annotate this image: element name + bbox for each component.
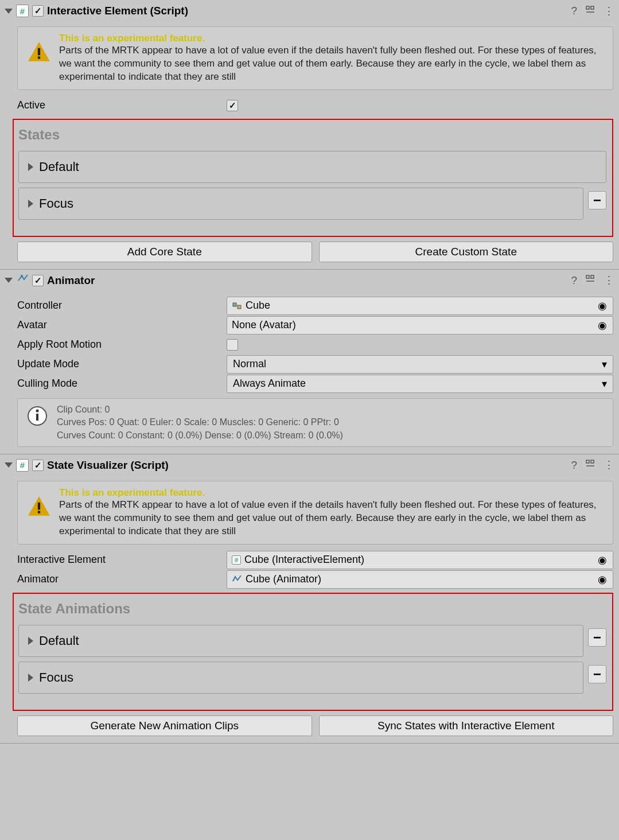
- preset-icon[interactable]: [585, 5, 595, 18]
- svg-rect-15: [591, 460, 594, 463]
- script-icon: #: [16, 459, 29, 472]
- culling-mode-label: Culling Mode: [17, 378, 227, 390]
- states-title: States: [18, 127, 606, 143]
- animator-ref-label: Animator: [17, 573, 227, 585]
- svg-rect-14: [586, 460, 589, 463]
- experimental-warning: This is an experimental feature. Parts o…: [17, 26, 613, 90]
- state-label: Default: [39, 160, 79, 174]
- active-checkbox[interactable]: [227, 100, 238, 111]
- state-anim-default[interactable]: Default: [18, 625, 583, 657]
- chevron-down-icon: ▾: [602, 378, 607, 390]
- component-header[interactable]: # State Visualizer (Script) ? ⋮: [0, 454, 619, 476]
- enable-checkbox[interactable]: [32, 460, 44, 471]
- enable-checkbox[interactable]: [32, 275, 44, 286]
- foldout-icon[interactable]: [5, 9, 13, 14]
- state-label: Focus: [39, 670, 73, 685]
- svg-rect-3: [38, 48, 40, 56]
- svg-rect-1: [591, 6, 594, 9]
- object-picker-icon[interactable]: ◉: [598, 554, 607, 566]
- update-mode-value: Normal: [233, 358, 266, 370]
- warning-body: Parts of the MRTK appear to have a lot o…: [59, 44, 605, 84]
- state-visualizer-component: # State Visualizer (Script) ? ⋮ This is …: [0, 454, 619, 744]
- controller-field[interactable]: Cube ◉: [227, 297, 613, 315]
- info-line: Curves Pos: 0 Quat: 0 Euler: 0 Scale: 0 …: [57, 416, 606, 429]
- svg-rect-6: [586, 275, 589, 278]
- state-animations-section: State Animations Default − Focus −: [13, 593, 613, 711]
- apply-root-label: Apply Root Motion: [17, 339, 227, 351]
- add-core-state-button[interactable]: Add Core State: [17, 242, 312, 262]
- help-icon[interactable]: ?: [571, 274, 577, 287]
- active-label: Active: [17, 99, 227, 111]
- controller-icon: [232, 301, 242, 311]
- update-mode-dropdown[interactable]: Normal ▾: [227, 355, 613, 374]
- svg-rect-0: [586, 6, 589, 9]
- create-custom-state-button[interactable]: Create Custom State: [319, 242, 614, 262]
- update-mode-label: Update Mode: [17, 358, 227, 370]
- warning-icon: [27, 494, 51, 521]
- script-icon: #: [16, 5, 29, 17]
- interactive-element-value: Cube (InteractiveElement): [244, 554, 364, 566]
- svg-rect-7: [591, 275, 594, 278]
- object-picker-icon[interactable]: ◉: [598, 319, 607, 332]
- culling-mode-dropdown[interactable]: Always Animate ▾: [227, 375, 613, 393]
- animator-ref-value: Cube (Animator): [246, 573, 321, 585]
- help-icon[interactable]: ?: [571, 459, 577, 472]
- state-default[interactable]: Default: [18, 151, 606, 183]
- component-title: State Visualizer (Script): [47, 459, 567, 472]
- svg-point-5: [21, 275, 23, 277]
- avatar-field[interactable]: None (Avatar) ◉: [227, 316, 613, 335]
- experimental-warning: This is an experimental feature. Parts o…: [17, 481, 613, 545]
- menu-icon[interactable]: ⋮: [604, 274, 614, 287]
- interactive-element-field[interactable]: # Cube (InteractiveElement) ◉: [227, 551, 613, 569]
- animator-component: Animator ? ⋮ Controller Cube ◉ Avatar No…: [0, 270, 619, 454]
- animator-icon: [16, 273, 29, 288]
- help-icon[interactable]: ?: [571, 5, 577, 17]
- culling-mode-value: Always Animate: [233, 378, 306, 390]
- sync-states-button[interactable]: Sync States with Interactive Element: [319, 715, 614, 736]
- state-anim-focus[interactable]: Focus: [18, 662, 583, 694]
- warning-icon: [27, 40, 51, 67]
- generate-clips-button[interactable]: Generate New Animation Clips: [17, 715, 312, 736]
- interactive-element-label: Interactive Element: [17, 554, 227, 566]
- warning-title: This is an experimental feature.: [59, 487, 605, 499]
- avatar-value: None (Avatar): [232, 319, 296, 331]
- chevron-down-icon: ▾: [602, 358, 607, 371]
- menu-icon[interactable]: ⋮: [604, 458, 614, 472]
- script-icon: #: [232, 555, 241, 565]
- menu-icon[interactable]: ⋮: [604, 5, 614, 18]
- warning-title: This is an experimental feature.: [59, 33, 605, 44]
- svg-rect-18: [38, 511, 40, 513]
- info-line: Curves Count: 0 Constant: 0 (0.0%) Dense…: [57, 429, 606, 442]
- preset-icon[interactable]: [585, 274, 595, 287]
- component-header[interactable]: # Interactive Element (Script) ? ⋮: [0, 0, 619, 22]
- enable-checkbox[interactable]: [32, 5, 44, 17]
- foldout-icon: [28, 163, 33, 171]
- object-picker-icon[interactable]: ◉: [598, 300, 607, 312]
- remove-state-button[interactable]: −: [588, 191, 606, 209]
- preset-icon[interactable]: [585, 458, 595, 472]
- foldout-icon[interactable]: [5, 278, 13, 283]
- svg-rect-10: [238, 305, 241, 309]
- animator-ref-field[interactable]: Cube (Animator) ◉: [227, 570, 613, 589]
- avatar-label: Avatar: [17, 319, 227, 331]
- state-animations-title: State Animations: [18, 601, 606, 617]
- foldout-icon: [28, 637, 33, 645]
- apply-root-checkbox[interactable]: [227, 339, 238, 351]
- component-title: Interactive Element (Script): [47, 5, 567, 17]
- state-focus[interactable]: Focus: [18, 188, 583, 220]
- component-title: Animator: [47, 274, 567, 287]
- active-row: Active: [17, 96, 613, 115]
- remove-state-button[interactable]: −: [588, 665, 606, 683]
- foldout-icon[interactable]: [5, 462, 13, 468]
- object-picker-icon[interactable]: ◉: [598, 573, 607, 586]
- component-header[interactable]: Animator ? ⋮: [0, 270, 619, 291]
- svg-rect-17: [38, 503, 40, 510]
- svg-rect-4: [38, 56, 40, 59]
- remove-state-button[interactable]: −: [588, 628, 606, 647]
- state-label: Default: [39, 633, 79, 648]
- svg-rect-9: [233, 303, 236, 306]
- foldout-icon: [28, 200, 33, 208]
- animator-icon: [232, 574, 242, 585]
- interactive-element-component: # Interactive Element (Script) ? ⋮ This …: [0, 0, 619, 270]
- state-label: Focus: [39, 196, 73, 211]
